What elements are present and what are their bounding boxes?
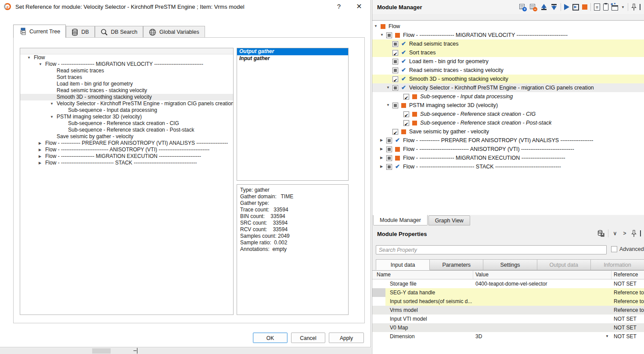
new-window-icon[interactable] — [612, 4, 618, 11]
property-value[interactable]: 0400-teapot-dome-vel-selector — [473, 279, 612, 288]
module-checkbox-checked[interactable] — [403, 120, 409, 126]
run-icon[interactable] — [564, 4, 569, 10]
pin-icon[interactable] — [631, 230, 637, 237]
table-row[interactable]: SEG-Y data handleReference to — [372, 288, 644, 297]
module-checkbox-partial[interactable] — [386, 138, 392, 143]
ok-button[interactable]: OK — [253, 333, 288, 343]
table-row[interactable]: Input sorted headers(of seismic d...Refe… — [372, 297, 644, 306]
module-checkbox-partial[interactable] — [392, 41, 398, 47]
collapsed-arrow-icon[interactable]: ▶ — [380, 154, 386, 162]
module-tree-item[interactable]: ✔Sort traces — [372, 48, 644, 57]
collapsed-arrow-icon[interactable]: ▶ — [39, 160, 45, 166]
column-header-value[interactable]: Value — [473, 271, 612, 279]
expanded-arrow-icon[interactable]: ▼ — [27, 54, 34, 61]
property-value[interactable] — [473, 323, 612, 332]
move-up-icon[interactable] — [540, 4, 547, 11]
dialog-tree-item[interactable]: ▼PSTM imaging selector 3D (velocity) — [20, 114, 233, 120]
module-tree-item[interactable]: ✔Read seismic traces - stacking velocity — [372, 66, 644, 75]
module-tree-item[interactable]: Sub-sequence - Reference stack creation … — [372, 118, 644, 127]
collapsed-arrow-icon[interactable]: ▶ — [380, 145, 386, 154]
dialog-tree-item[interactable]: ▶Flow - --------------------------- ANIS… — [20, 147, 233, 153]
collapsed-arrow-icon[interactable]: ▶ — [39, 147, 45, 153]
module-tree-item[interactable]: Sub-sequence - Reference stack creation … — [372, 110, 644, 118]
module-tree-item[interactable]: ▼Flow - ------------------- MIGRATION VE… — [372, 31, 644, 39]
collapsed-arrow-icon[interactable]: ▶ — [380, 136, 386, 145]
property-value[interactable] — [473, 288, 612, 297]
property-value[interactable]: 3D▼ — [473, 332, 612, 341]
tab-db-search[interactable]: DB Search — [95, 26, 143, 38]
column-header-name[interactable]: Name — [372, 271, 473, 279]
expanded-arrow-icon[interactable]: ▼ — [39, 61, 45, 68]
apply-button[interactable]: Apply — [329, 333, 364, 343]
expanded-arrow-icon[interactable]: ▼ — [386, 83, 392, 92]
add-module-icon[interactable]: + — [519, 4, 527, 10]
module-tree-item[interactable]: Save seismic by gather - velocity — [372, 127, 644, 136]
bottom-tab-graph-view[interactable]: Graph View — [428, 215, 470, 225]
clipped-icon[interactable] — [640, 230, 644, 236]
expanded-arrow-icon[interactable]: ▼ — [50, 100, 57, 107]
expanded-arrow-icon[interactable]: ▼ — [380, 31, 386, 39]
tab-global-variables[interactable]: Global Variables — [143, 26, 205, 38]
property-value[interactable] — [473, 315, 612, 323]
table-row[interactable]: Dimension3D▼NOT SET — [372, 332, 644, 341]
table-row[interactable]: Vrms modelReference to — [372, 306, 644, 315]
module-checkbox-partial[interactable] — [386, 155, 392, 161]
module-tree-item[interactable]: ▶✔Flow - ------------------------------ … — [372, 162, 644, 171]
expanded-arrow-icon[interactable]: ▼ — [386, 101, 392, 110]
property-value[interactable] — [473, 306, 612, 315]
module-tree-item[interactable]: ✔Load item - bin grid for geometry — [372, 57, 644, 66]
dialog-tree-item[interactable]: ▶Flow - ------------------- MIGRATION EX… — [20, 153, 233, 160]
module-tree-item[interactable]: ▼PSTM imaging selector 3D (velocity) — [372, 101, 644, 110]
module-tree-item[interactable]: ▶Flow - --------------------------- ANIS… — [372, 145, 644, 154]
cancel-button[interactable]: Cancel — [291, 333, 325, 343]
move-down-icon[interactable] — [550, 4, 558, 11]
chevron-right-icon[interactable]: > — [622, 230, 628, 236]
dialog-tree-item[interactable]: Sort traces — [20, 74, 233, 81]
table-row[interactable]: Input VTI modelNOT SET — [372, 315, 644, 323]
bottom-tab-module-manager[interactable]: Module Manager — [373, 215, 428, 225]
chevron-down-icon[interactable]: ∨ — [612, 230, 618, 236]
module-checkbox-checked[interactable] — [392, 50, 398, 56]
module-checkbox-checked[interactable] — [403, 111, 409, 117]
gather-list-item[interactable]: Output gather — [237, 48, 348, 55]
tab-current-tree[interactable]: Current Tree — [13, 25, 66, 38]
dialog-tree-item[interactable]: ▶Flow - ------------------------------ S… — [20, 160, 233, 166]
module-checkbox-partial[interactable] — [392, 103, 398, 108]
module-tree-item[interactable]: ▶✔Flow - ----------- PREPARE FOR ANISOTR… — [372, 136, 644, 145]
run-selected-icon[interactable] — [572, 4, 579, 11]
search-property-input[interactable] — [376, 245, 607, 254]
save-db-icon[interactable] — [597, 230, 604, 237]
dropdown-arrow-icon[interactable]: ▼ — [621, 5, 625, 9]
flow-tree-panel[interactable]: ▼Flow▼Flow - ------------------- MIGRATI… — [20, 48, 234, 315]
dialog-tree-item[interactable]: ▼Flow - ------------------- MIGRATION VE… — [20, 61, 233, 68]
dropdown-arrow-icon[interactable]: ▼ — [605, 332, 609, 341]
remove-module-icon[interactable]: − — [530, 4, 537, 10]
module-tree-item[interactable]: ✔Read seismic traces — [372, 39, 644, 48]
module-checkbox-partial[interactable] — [392, 68, 398, 73]
gather-list[interactable]: Output gatherInput gather — [237, 48, 349, 181]
table-row[interactable]: Storage file0400-teapot-dome-vel-selecto… — [372, 279, 644, 288]
property-tab-parameters[interactable]: Parameters — [430, 259, 483, 270]
dialog-tree-item[interactable]: Save seismic by gather - velocity — [20, 133, 233, 140]
property-tab-output-data[interactable]: Output data — [537, 259, 591, 270]
dialog-tree-item[interactable]: Sub-sequence - Reference stack creation … — [20, 127, 233, 133]
module-tree-item[interactable]: ▼Flow — [372, 22, 644, 31]
property-tab-information[interactable]: Information — [591, 259, 644, 270]
module-tree[interactable]: ▼Flow▼Flow - ------------------- MIGRATI… — [372, 20, 644, 215]
dialog-tree-item[interactable]: Read seismic traces - stacking velocity — [20, 87, 233, 94]
dialog-tree-item[interactable]: Smooth 3D - smoothing stacking velocity — [20, 94, 233, 100]
collapsed-arrow-icon[interactable]: ▶ — [39, 140, 45, 147]
module-checkbox-partial[interactable] — [392, 85, 398, 91]
advanced-checkbox[interactable] — [611, 246, 617, 252]
module-checkbox-partial[interactable] — [386, 32, 392, 38]
module-checkbox-partial[interactable] — [386, 147, 392, 152]
column-header-reference[interactable]: Reference — [612, 271, 644, 279]
property-value[interactable] — [473, 297, 612, 306]
pin-icon[interactable] — [631, 4, 637, 11]
dialog-tree-item[interactable]: ▼Flow — [20, 54, 233, 61]
dialog-tree-item[interactable]: Load item - bin grid for geometry — [20, 81, 233, 87]
module-checkbox-partial[interactable] — [386, 164, 392, 170]
module-checkbox-partial[interactable] — [392, 59, 398, 64]
dialog-tree-item[interactable]: ▼Velocity Selector - Kirchhoff PreSTM En… — [20, 100, 233, 107]
close-button[interactable]: ✕ — [353, 2, 366, 11]
